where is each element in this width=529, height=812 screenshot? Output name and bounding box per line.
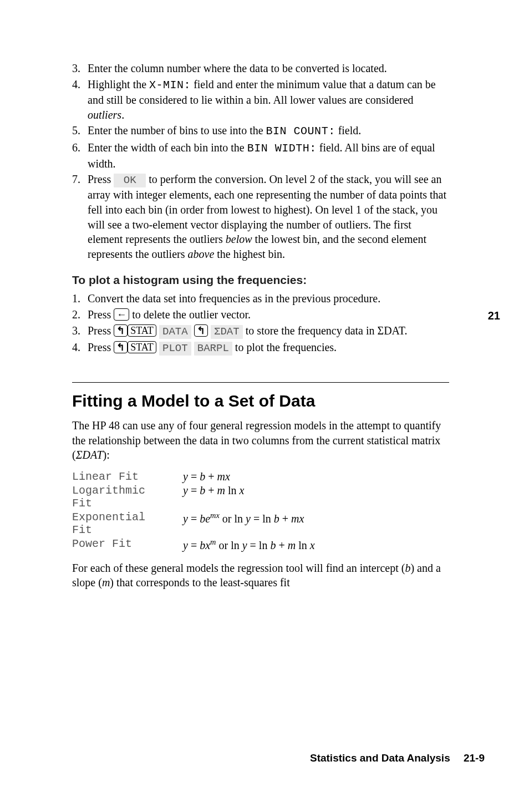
key: STAT	[128, 341, 156, 353]
steps-top-list: 3.Enter the column number where the data…	[72, 61, 449, 261]
fit-formula: y = bxm or ln y = ln b + m ln x	[183, 537, 315, 553]
softkey: BARPL	[194, 342, 232, 356]
fit-name: Power Fit	[72, 537, 183, 553]
fit-name: ExponentialFit	[72, 511, 183, 537]
step-item: 3.Enter the column number where the data…	[72, 61, 449, 76]
step-item: 5.Enter the number of bins to use into t…	[72, 123, 449, 139]
step-number: 1.	[72, 291, 80, 306]
step-number: 7.	[72, 172, 80, 187]
content-column: 3.Enter the column number where the data…	[72, 61, 449, 590]
fit-row: ExponentialFity = bemx or ln y = ln b + …	[72, 511, 315, 537]
step-number: 4.	[72, 340, 80, 355]
step-item: 4.Press ↰STAT PLOT BARPL to plot the fre…	[72, 340, 449, 356]
intro-paragraph: The HP 48 can use any of four general re…	[72, 418, 449, 463]
step-item: 3.Press ↰STAT DATA ↰ ΣDAT to store the f…	[72, 323, 449, 339]
subheading: To plot a histogram using the frequencie…	[72, 273, 449, 287]
field-label: BIN COUNT:	[266, 125, 335, 138]
step-item: 1.Convert the data set into frequencies …	[72, 291, 449, 306]
emphasis: outliers	[88, 109, 121, 121]
step-number: 4.	[72, 77, 80, 92]
shift-key: ↰	[114, 324, 128, 337]
field-label: BIN WIDTH:	[247, 142, 317, 155]
fit-name: Linear Fit	[72, 470, 183, 484]
emphasis: below	[226, 233, 252, 245]
step-number: 5.	[72, 123, 80, 138]
fit-row: Linear Fity = b + mx	[72, 470, 315, 484]
step-number: 2.	[72, 307, 80, 322]
fit-formula: y = b + m ln x	[183, 484, 315, 511]
fit-formula: y = bemx or ln y = ln b + mx	[183, 511, 315, 537]
shift-key: ↰	[194, 324, 208, 337]
softkey: ΣDAT	[211, 325, 243, 339]
page: 3.Enter the column number where the data…	[0, 0, 529, 812]
step-item: 4.Highlight the X-MIN: field and enter t…	[72, 77, 449, 123]
fit-name: LogarithmicFit	[72, 484, 183, 511]
step-item: 2.Press ← to delete the outlier vector.	[72, 307, 449, 322]
field-label: X-MIN:	[149, 79, 191, 92]
softkey: PLOT	[159, 342, 191, 356]
key: STAT	[128, 324, 156, 337]
fit-formula: y = b + mx	[183, 470, 315, 484]
page-footer: Statistics and Data Analysis 21-9	[310, 752, 485, 764]
step-item: 7.Press OK to perform the conversion. On…	[72, 172, 449, 261]
softkey: DATA	[159, 325, 191, 339]
fit-row: Power Fity = bxm or ln y = ln b + m ln x	[72, 537, 315, 553]
fit-row: LogarithmicFity = b + m ln x	[72, 484, 315, 511]
softkey: OK	[114, 174, 146, 187]
key: ←	[114, 308, 129, 321]
chapter-number: 21	[488, 309, 500, 322]
shift-key: ↰	[114, 341, 128, 353]
steps-histogram-list: 1.Convert the data set into frequencies …	[72, 291, 449, 356]
step-number: 3.	[72, 61, 80, 76]
fit-models-table: Linear Fity = b + mxLogarithmicFity = b …	[72, 470, 315, 553]
step-item: 6.Enter the width of each bin into the B…	[72, 140, 449, 171]
step-number: 6.	[72, 140, 80, 155]
emphasis: above	[188, 248, 215, 260]
section-title: Fitting a Model to a Set of Data	[72, 392, 449, 410]
section-divider	[72, 382, 449, 383]
outro-paragraph: For each of these general models the reg…	[72, 561, 449, 590]
step-number: 3.	[72, 323, 80, 338]
